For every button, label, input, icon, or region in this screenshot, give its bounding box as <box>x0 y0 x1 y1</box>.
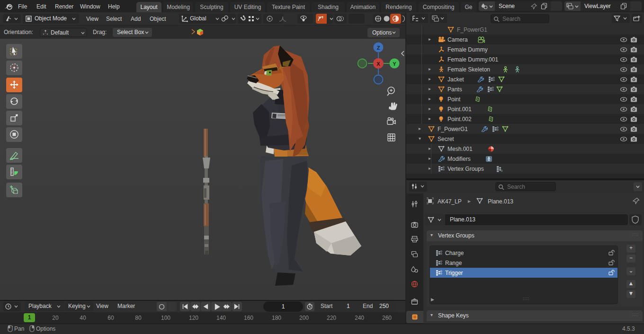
svg-text:Z: Z <box>377 45 380 51</box>
svg-text:X: X <box>376 61 380 67</box>
svg-text:o: o <box>501 169 503 172</box>
svg-text:Y: Y <box>393 61 396 67</box>
